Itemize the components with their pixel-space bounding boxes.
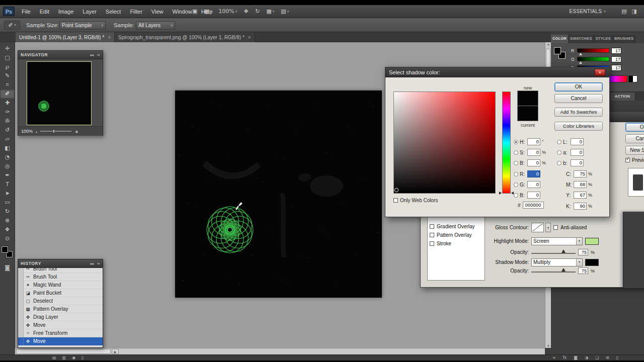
anti-aliased-checkbox[interactable] xyxy=(553,225,558,230)
gloss-contour-thumbnail[interactable] xyxy=(531,223,544,232)
bridge-icon[interactable]: ▣ xyxy=(192,8,197,15)
field-input[interactable]: 0 xyxy=(527,138,540,145)
slider-thumb[interactable] xyxy=(561,268,566,272)
radio-button[interactable] xyxy=(514,183,518,187)
brush-tool[interactable]: ✑ xyxy=(0,108,15,117)
history-item[interactable]: ✑Brush Tool xyxy=(18,273,103,281)
zoom-tool[interactable]: ⊙ xyxy=(0,234,15,243)
navigator-header[interactable]: NAVIGATOR ◂◂ ≡ xyxy=(18,51,103,59)
radio-button[interactable] xyxy=(514,161,518,165)
radio-button[interactable] xyxy=(514,193,518,198)
foreground-color-swatch[interactable] xyxy=(554,47,561,54)
style-list-item[interactable]: Pattern Overlay xyxy=(428,231,485,239)
radio-button[interactable] xyxy=(514,140,518,144)
channel-value[interactable]: 17 xyxy=(611,65,621,71)
delete-icon[interactable]: ▯ xyxy=(82,355,84,360)
snapshot-icon[interactable]: ◉ xyxy=(72,355,75,360)
zoom-level[interactable]: 100%▾ xyxy=(218,8,237,15)
horizontal-scrollbar[interactable]: ▶ xyxy=(15,348,545,354)
history-source-toggle[interactable] xyxy=(18,329,24,337)
history-brush-tool[interactable]: ↺ xyxy=(0,126,15,135)
checkbox[interactable] xyxy=(430,224,434,229)
arrange-documents-icon[interactable]: ▦▾ xyxy=(266,8,274,15)
preview-checkbox[interactable]: ✓ xyxy=(625,158,630,162)
new-style-button[interactable]: New Style... xyxy=(625,146,644,155)
quick-mask-icon[interactable]: ◙ xyxy=(0,264,15,271)
menu-item-view[interactable]: View xyxy=(147,9,168,15)
radio-button[interactable] xyxy=(514,172,518,176)
chevron-down-icon[interactable]: ▾ xyxy=(545,223,551,232)
opacity-slider[interactable] xyxy=(531,249,576,256)
color-field-marker[interactable] xyxy=(394,188,398,192)
rotate-3d-tool[interactable]: ↻ xyxy=(0,207,15,216)
field-input[interactable]: 0 xyxy=(571,138,584,145)
slider-thumb[interactable] xyxy=(53,129,55,133)
close-icon[interactable]: × xyxy=(595,69,605,76)
radio-button[interactable] xyxy=(557,161,561,165)
clone-stamp-tool[interactable]: ✇ xyxy=(0,117,15,126)
channel-slider[interactable] xyxy=(577,57,609,61)
dodge-tool[interactable]: ◎ xyxy=(0,162,15,171)
panel-menu-icon[interactable]: ≡ xyxy=(97,261,100,266)
slider-thumb[interactable] xyxy=(579,61,582,64)
foreground-color-swatch[interactable] xyxy=(2,246,8,253)
history-source-toggle[interactable] xyxy=(18,337,24,345)
hand-tool[interactable]: ❖ xyxy=(0,225,15,234)
cs-live-icon[interactable]: ▤ xyxy=(621,8,626,15)
panel-tab-actions[interactable]: ACTION xyxy=(610,93,634,101)
highlight-mode-dropdown[interactable]: Screen ▾ xyxy=(531,237,583,245)
hue-slider-thumb[interactable] xyxy=(499,192,502,195)
menu-item-file[interactable]: File xyxy=(17,9,35,15)
blur-tool[interactable]: ◔ xyxy=(0,153,15,162)
checkbox[interactable] xyxy=(430,233,434,237)
history-source-toggle[interactable] xyxy=(18,297,24,305)
pen-tool[interactable]: ✒ xyxy=(0,171,15,180)
history-item[interactable]: ▢Deselect xyxy=(18,297,103,305)
history-source-toggle[interactable] xyxy=(18,289,24,297)
navigator-zoom-value[interactable]: 100% xyxy=(21,129,33,134)
history-source-toggle[interactable] xyxy=(18,321,24,329)
opacity-value[interactable]: 75 xyxy=(578,249,588,255)
history-item[interactable]: ✥Move xyxy=(18,337,103,345)
black-white-ramp-swatch[interactable] xyxy=(628,75,637,82)
delete-layer-icon[interactable]: ▯ xyxy=(616,355,618,360)
dialog-title-bar[interactable]: Select shadow color: × xyxy=(385,67,609,77)
layer-group-icon[interactable]: ❏ xyxy=(595,355,599,360)
path-selection-tool[interactable]: ➤ xyxy=(0,189,15,198)
type-tool[interactable]: T xyxy=(0,180,15,189)
navigator-thumbnail[interactable] xyxy=(27,61,92,125)
history-source-toggle[interactable] xyxy=(18,268,24,273)
marquee-tool[interactable]: ▢ xyxy=(0,53,15,62)
channel-slider[interactable] xyxy=(577,48,609,53)
document-tab[interactable]: Spirograph_transparent.png @ 100% (Layer… xyxy=(115,32,255,42)
sample-size-dropdown[interactable]: Point Sample ▾ xyxy=(59,21,106,30)
close-icon[interactable]: × xyxy=(248,35,251,40)
hand-tool-icon[interactable]: ❖ xyxy=(244,8,249,15)
slider-thumb[interactable] xyxy=(579,53,582,55)
menu-item-select[interactable]: Select xyxy=(101,9,126,15)
document-tab[interactable]: Untitled-1 @ 100% (Layer 3, RGB/8) *× xyxy=(16,32,115,42)
history-item[interactable]: ⌗Free Transform xyxy=(18,329,103,337)
panels-icon[interactable]: ◨ xyxy=(632,8,637,15)
panel-tab-color[interactable]: COLOR xyxy=(551,35,569,43)
history-item[interactable]: ✥Move xyxy=(18,321,103,329)
crop-tool[interactable]: ⌗ xyxy=(0,80,15,89)
document-canvas[interactable] xyxy=(175,90,382,298)
collapse-icon[interactable]: ◂◂ xyxy=(90,261,94,266)
view-extras-icon[interactable]: ▦▾ xyxy=(204,8,212,15)
panel-tab-styles[interactable]: STYLES xyxy=(594,35,613,43)
quick-selection-tool[interactable]: ✎ xyxy=(0,71,15,80)
style-list-item[interactable]: Gradient Overlay xyxy=(428,222,485,231)
menu-item-image[interactable]: Image xyxy=(54,9,78,15)
radio-button[interactable] xyxy=(557,140,561,144)
add-to-swatches-button[interactable]: Add To Swatches xyxy=(554,108,603,117)
tool-preset-picker[interactable]: ✐ ▾ xyxy=(4,21,20,30)
sample-dropdown[interactable]: All Layers ▾ xyxy=(136,21,175,30)
healing-brush-tool[interactable]: ✚ xyxy=(0,99,15,108)
history-item[interactable]: ✥Drag Layer xyxy=(18,313,103,321)
horizontal-scroll-thumb[interactable] xyxy=(16,349,111,354)
menu-item-edit[interactable]: Edit xyxy=(35,9,54,15)
hue-slider[interactable] xyxy=(502,92,511,194)
orbit-3d-tool[interactable]: ⊕ xyxy=(0,216,15,225)
workspace-switcher[interactable]: ESSENTIALS ▾ xyxy=(569,5,606,18)
